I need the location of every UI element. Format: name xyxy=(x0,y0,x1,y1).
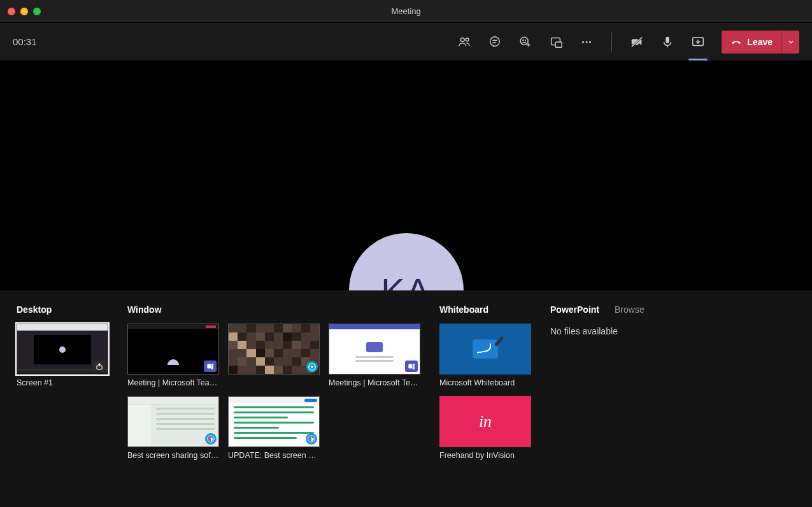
svg-rect-16 xyxy=(666,36,670,43)
window-controls xyxy=(0,8,41,15)
tile-label: Screen #1 xyxy=(17,378,108,387)
share-section-desktop: Desktop Screen #1 xyxy=(17,304,108,488)
thumbnail xyxy=(439,324,531,375)
browse-button[interactable]: Browse xyxy=(615,304,645,315)
thumbnail xyxy=(228,324,320,375)
svg-rect-20 xyxy=(207,364,211,369)
thumbnail xyxy=(127,396,219,447)
teams-app-icon xyxy=(204,361,217,372)
reactions-icon[interactable] xyxy=(518,35,532,49)
svg-point-1 xyxy=(466,38,469,41)
leave-button[interactable]: Leave xyxy=(722,31,781,54)
svg-point-24 xyxy=(311,366,313,368)
section-heading: PowerPoint xyxy=(550,304,599,315)
section-heading: Desktop xyxy=(17,304,108,315)
share-tile-window-sheet[interactable]: Best screen sharing soft… xyxy=(127,396,219,460)
safari-app-icon xyxy=(306,433,317,445)
share-tile-ms-whiteboard[interactable]: Microsoft Whiteboard xyxy=(439,324,531,387)
minimize-window-button[interactable] xyxy=(20,8,28,15)
chevron-down-icon xyxy=(787,38,795,46)
tile-label: Best screen sharing soft… xyxy=(127,451,219,460)
svg-point-6 xyxy=(523,39,524,40)
share-tile-freehand[interactable]: in Freehand by InVision xyxy=(439,396,531,460)
share-tray: Desktop Screen #1 Window xyxy=(0,290,812,507)
window-title: Meeting xyxy=(391,6,420,16)
svg-rect-9 xyxy=(555,42,562,47)
share-tile-window-doc[interactable]: UPDATE: Best screen sha… xyxy=(228,396,320,460)
svg-point-11 xyxy=(586,41,588,43)
svg-point-12 xyxy=(589,41,591,43)
rooms-icon[interactable] xyxy=(549,35,563,49)
section-heading: Window xyxy=(127,304,420,315)
share-section-powerpoint: PowerPoint Browse No files available xyxy=(550,304,795,488)
svg-point-26 xyxy=(413,364,415,366)
avatar-initials: KA xyxy=(381,270,431,291)
more-actions-icon[interactable] xyxy=(580,35,594,49)
thumbnail xyxy=(17,324,108,375)
svg-point-0 xyxy=(461,38,465,41)
svg-rect-19 xyxy=(97,366,102,369)
svg-point-2 xyxy=(490,36,500,46)
safari-app-icon xyxy=(205,433,217,445)
hangup-icon xyxy=(730,36,742,48)
whiteboard-icon xyxy=(473,339,498,359)
leave-dropdown-button[interactable] xyxy=(781,31,799,54)
svg-point-10 xyxy=(582,41,584,43)
microphone-icon[interactable] xyxy=(660,35,674,49)
teams-app-icon xyxy=(405,361,418,372)
thumbnail xyxy=(329,324,420,375)
tile-label: Meeting | Microsoft Tea… xyxy=(127,378,219,387)
tile-label: Microsoft Whiteboard xyxy=(439,378,531,387)
section-heading: Whiteboard xyxy=(439,304,531,315)
tile-label: Meetings | Microsoft Tea… xyxy=(329,378,420,387)
tile-label: UPDATE: Best screen sha… xyxy=(228,451,320,460)
share-section-whiteboard: Whiteboard Microsoft Whiteboard in Freeh… xyxy=(439,304,531,488)
share-section-window: Window Meeting | Microsoft Tea… xyxy=(127,304,420,488)
leave-label: Leave xyxy=(747,37,773,47)
participant-avatar: KA xyxy=(349,233,464,290)
meeting-toolbar: 00:31 Leave xyxy=(0,23,812,61)
close-window-button[interactable] xyxy=(8,8,15,15)
share-tile-window-pixelated[interactable] xyxy=(228,324,320,387)
include-audio-icon xyxy=(93,361,106,372)
meeting-timer: 00:31 xyxy=(13,36,37,47)
share-tile-window-meeting[interactable]: Meeting | Microsoft Tea… xyxy=(127,324,219,387)
svg-point-5 xyxy=(521,37,529,45)
thumbnail xyxy=(228,396,320,447)
app-icon xyxy=(306,361,318,373)
participants-icon[interactable] xyxy=(457,35,471,49)
svg-point-21 xyxy=(211,364,214,366)
share-tile-window-meetings[interactable]: Meetings | Microsoft Tea… xyxy=(329,324,420,387)
invision-icon: in xyxy=(479,412,492,431)
camera-icon[interactable] xyxy=(630,35,644,49)
share-tray-icon[interactable] xyxy=(691,35,705,49)
window-titlebar: Meeting xyxy=(0,0,812,23)
thumbnail xyxy=(127,324,219,375)
chat-icon[interactable] xyxy=(488,35,502,49)
powerpoint-empty-text: No files available xyxy=(550,326,795,336)
video-stage: KA xyxy=(0,61,812,290)
share-tile-screen-1[interactable]: Screen #1 xyxy=(17,324,108,387)
svg-rect-25 xyxy=(408,364,412,369)
maximize-window-button[interactable] xyxy=(33,8,41,15)
svg-point-7 xyxy=(525,39,526,40)
toolbar-separator xyxy=(611,32,612,52)
thumbnail: in xyxy=(439,396,531,447)
tile-label: Freehand by InVision xyxy=(439,451,531,460)
